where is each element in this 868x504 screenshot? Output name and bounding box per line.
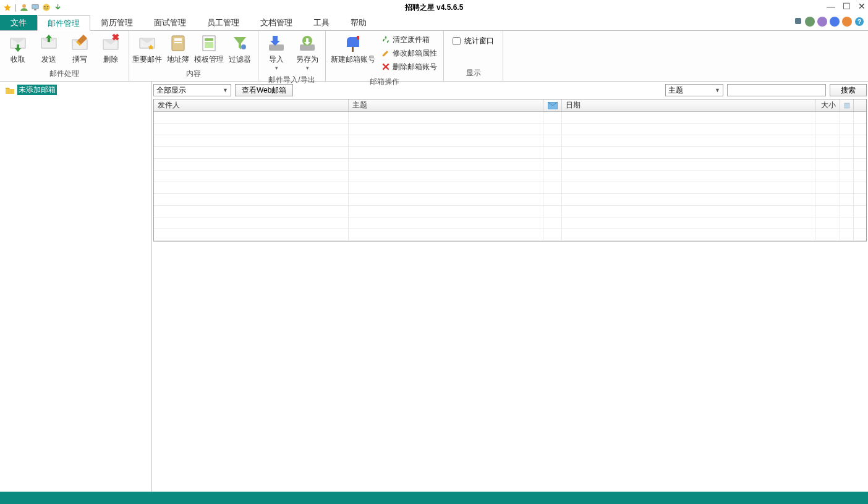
monitor-icon[interactable]	[30, 2, 40, 12]
svg-rect-1	[32, 4, 39, 9]
menu-tab-resume[interactable]: 简历管理	[90, 15, 143, 30]
menu-tab-mail[interactable]: 邮件管理	[37, 15, 90, 31]
stats-window-input[interactable]	[453, 37, 461, 45]
table-row[interactable]	[154, 112, 866, 124]
filter-button[interactable]: 过滤器	[224, 32, 255, 66]
receive-button[interactable]: 收取	[2, 32, 33, 66]
envelope-icon	[548, 102, 558, 109]
table-row[interactable]	[154, 206, 866, 217]
chevron-down-icon: ▼	[715, 87, 720, 93]
envelope-down-icon	[8, 33, 28, 53]
svg-rect-21	[845, 103, 849, 108]
maximize-button[interactable]: ☐	[843, 1, 851, 11]
ribbon: 收取 发送 撰写 删除 邮件处理 重要邮件	[0, 31, 868, 82]
template-icon	[199, 33, 219, 53]
search-input[interactable]	[727, 84, 826, 96]
send-label: 发送	[41, 54, 56, 65]
address-book-button[interactable]: 地址簿	[163, 32, 194, 66]
menu-tab-document[interactable]: 文档管理	[250, 15, 303, 30]
table-row[interactable]	[154, 170, 866, 182]
svg-rect-14	[205, 42, 213, 48]
minimize-button[interactable]: —	[827, 1, 835, 11]
table-row[interactable]	[154, 135, 866, 147]
compose-label: 撰写	[72, 54, 87, 65]
window-title: 招聘之星 v4.5.6.5	[405, 2, 464, 13]
import-button[interactable]: 导入 ▾	[261, 32, 292, 72]
help-icon[interactable]: ?	[854, 17, 864, 27]
ribbon-group-label: 内容	[129, 67, 258, 82]
table-row[interactable]	[154, 217, 866, 229]
new-account-label: 新建邮箱账号	[331, 54, 375, 65]
view-webmail-label: 查看Web邮箱	[242, 85, 286, 96]
table-row[interactable]	[154, 147, 866, 159]
table-row[interactable]	[154, 182, 866, 194]
svg-point-0	[22, 4, 26, 8]
table-row[interactable]	[154, 194, 866, 206]
important-mail-button[interactable]: 重要邮件	[132, 32, 163, 66]
col-size[interactable]: 大小	[815, 99, 840, 111]
col-attachment[interactable]	[840, 99, 854, 111]
edit-account-item[interactable]: 修改邮箱属性	[381, 47, 437, 59]
star-icon[interactable]	[2, 2, 12, 12]
user-icon[interactable]	[19, 2, 29, 12]
chevron-down-icon: ▼	[223, 87, 228, 93]
send-button[interactable]: 发送	[33, 32, 64, 66]
menu-tab-interview[interactable]: 面试管理	[143, 15, 197, 30]
col-sender[interactable]: 发件人	[154, 99, 349, 111]
svg-rect-6	[795, 18, 801, 24]
filter-icon	[230, 33, 250, 53]
ribbon-group-label: 邮件处理	[0, 67, 129, 82]
table-row[interactable]	[154, 159, 866, 170]
delete-button[interactable]: 删除	[95, 32, 126, 66]
svg-point-5	[48, 6, 49, 7]
search-button[interactable]: 搜索	[830, 84, 867, 96]
template-button[interactable]: 模板管理	[194, 32, 224, 66]
content-area: 未添加邮箱 全部显示 ▼ 查看Web邮箱 主题 ▼ 搜索 发件人	[0, 82, 868, 492]
db-icon[interactable]	[794, 17, 802, 27]
menu-tab-help[interactable]: 帮助	[340, 15, 377, 30]
search-field-combo[interactable]: 主题 ▼	[665, 84, 723, 96]
table-row[interactable]	[154, 229, 866, 241]
menu-file[interactable]: 文件	[0, 15, 37, 30]
compose-button[interactable]: 撰写	[64, 32, 95, 66]
svg-rect-16	[269, 44, 284, 51]
new-account-button[interactable]: 新建邮箱账号	[328, 32, 378, 66]
col-date[interactable]: 日期	[562, 99, 815, 111]
ribbon-group-view: 统计窗口 显示	[444, 31, 503, 81]
menu-tab-employee[interactable]: 员工管理	[197, 15, 250, 30]
svg-text:?: ?	[857, 18, 862, 25]
close-button[interactable]: ✕	[858, 1, 866, 11]
download-arrow-icon[interactable]	[53, 2, 62, 12]
receive-label: 收取	[11, 54, 25, 65]
empty-trash-item[interactable]: 清空废件箱	[381, 33, 437, 46]
status-dot-green[interactable]	[805, 17, 815, 27]
ribbon-group-io: 导入 ▾ 另存为 ▾ 邮件导入/导出	[258, 31, 326, 81]
filter-label: 过滤器	[229, 54, 251, 65]
separator: |	[15, 3, 17, 12]
ribbon-group-mail-ops: 收取 发送 撰写 删除 邮件处理	[0, 31, 129, 81]
col-subject[interactable]: 主题	[349, 99, 543, 111]
smiley-icon[interactable]	[41, 2, 51, 12]
show-filter-combo[interactable]: 全部显示 ▼	[153, 84, 231, 96]
status-dot-purple[interactable]	[817, 17, 827, 27]
address-book-label: 地址簿	[167, 54, 189, 65]
table-row[interactable]	[154, 124, 866, 135]
delete-account-item[interactable]: 删除邮箱账号	[381, 61, 437, 73]
svg-rect-13	[205, 38, 213, 41]
show-filter-value: 全部显示	[156, 85, 186, 96]
save-as-button[interactable]: 另存为 ▾	[292, 32, 323, 72]
menu-tab-tools[interactable]: 工具	[303, 15, 340, 30]
status-dot-blue[interactable]	[830, 17, 840, 27]
search-button-label: 搜索	[841, 85, 856, 96]
delete-account-label: 删除邮箱账号	[393, 62, 437, 72]
status-dot-orange[interactable]	[842, 17, 852, 27]
tree-root-item[interactable]: 未添加邮箱	[2, 84, 149, 96]
attachment-icon	[843, 102, 851, 109]
empty-trash-label: 清空废件箱	[393, 35, 430, 45]
stats-window-checkbox[interactable]: 统计窗口	[446, 32, 500, 50]
ribbon-group-content: 重要邮件 地址簿 模板管理 过滤器 内容	[129, 31, 258, 81]
view-webmail-button[interactable]: 查看Web邮箱	[235, 84, 293, 96]
folder-icon	[5, 86, 15, 94]
col-mail-icon[interactable]	[543, 99, 562, 111]
filter-bar: 全部显示 ▼ 查看Web邮箱 主题 ▼ 搜索	[152, 82, 868, 99]
